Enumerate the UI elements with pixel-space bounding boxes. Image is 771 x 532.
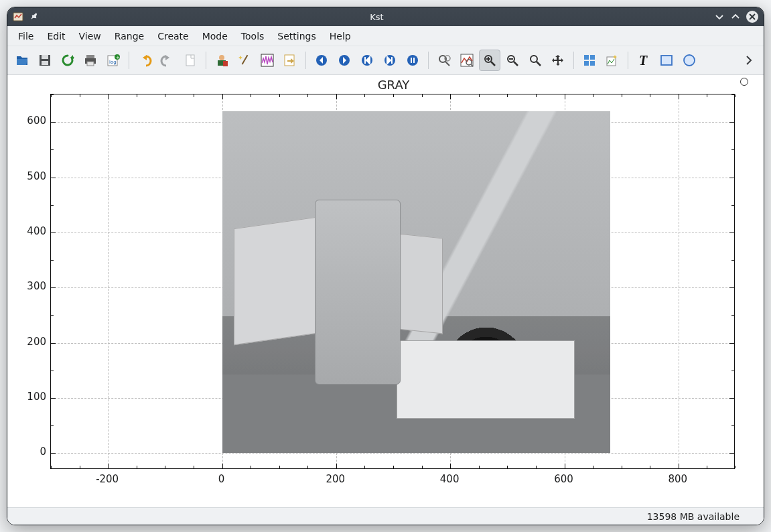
minimize-icon[interactable]: [714, 11, 725, 22]
titlebar[interactable]: Kst: [7, 7, 764, 26]
svg-rect-6: [87, 62, 94, 66]
wand-icon: [237, 53, 252, 68]
close-icon[interactable]: [746, 11, 758, 23]
svg-rect-42: [590, 61, 595, 66]
x-axis-tick-label: 200: [322, 473, 349, 485]
plot-title: GRAY: [50, 78, 737, 92]
save-button[interactable]: [34, 50, 56, 71]
y-axis-tick-label: 100: [21, 391, 46, 403]
nav-last-button[interactable]: [379, 50, 401, 71]
log-icon: log+: [106, 53, 121, 68]
menu-label: Edit: [47, 31, 65, 42]
x-axis-tick-label: 800: [664, 473, 691, 485]
menu-label: Tools: [241, 31, 265, 42]
maximize-icon[interactable]: [730, 11, 741, 22]
wizard-data-button[interactable]: [211, 50, 232, 71]
menu-tools[interactable]: Tools: [234, 26, 271, 46]
print-button[interactable]: [80, 50, 101, 71]
nav-pause-button[interactable]: [402, 50, 423, 71]
x-axis-tick-label: 600: [551, 473, 577, 485]
new-plot-button[interactable]: [602, 50, 623, 71]
x-axis-tick-label: 400: [436, 473, 463, 485]
menu-range[interactable]: Range: [108, 26, 151, 46]
menu-create[interactable]: Create: [151, 26, 196, 46]
open-button[interactable]: [11, 50, 33, 71]
reload-icon: [60, 53, 75, 68]
zoom-tied-icon: [482, 53, 497, 68]
svg-rect-40: [590, 55, 595, 60]
x-axis-tick-label: -200: [94, 473, 121, 485]
y-axis-tick-label: 300: [21, 280, 46, 292]
menu-mode[interactable]: Mode: [196, 26, 234, 46]
menu-settings[interactable]: Settings: [271, 26, 322, 46]
log-button[interactable]: log+: [102, 50, 124, 71]
svg-rect-45: [661, 56, 672, 65]
toolbar-separator: [428, 52, 429, 69]
svg-text:log: log: [109, 60, 117, 65]
svg-line-34: [514, 62, 518, 66]
svg-line-32: [491, 62, 495, 66]
zoom-y-icon: [505, 53, 520, 68]
redo-button[interactable]: [157, 50, 178, 71]
layout-grid-button[interactable]: [579, 50, 600, 71]
undo-button[interactable]: [134, 50, 155, 71]
wand-button[interactable]: [234, 50, 255, 71]
text-tool-icon: T: [636, 52, 652, 68]
zoom-tied-button[interactable]: [479, 50, 500, 71]
nav-first-button[interactable]: [356, 50, 378, 71]
menu-edit[interactable]: Edit: [40, 26, 72, 46]
print-icon: [83, 53, 98, 68]
menu-label: View: [79, 31, 101, 42]
waveform-button[interactable]: [257, 50, 278, 71]
nav-left-button[interactable]: [311, 50, 332, 71]
redo-icon: [160, 53, 175, 68]
zoom-xy-icon: [437, 53, 451, 68]
svg-rect-4: [86, 55, 94, 58]
svg-rect-2: [42, 55, 48, 59]
rect-tool-button[interactable]: [656, 50, 677, 71]
y-axis-tick-label: 0: [21, 446, 46, 458]
plot-frame[interactable]: [50, 94, 735, 469]
app-window: Kst File Edit View Range Create Mode Too…: [7, 7, 764, 525]
window-title: Kst: [40, 12, 714, 22]
menu-view[interactable]: View: [72, 26, 108, 46]
nav-right-icon: [338, 54, 351, 67]
nav-last-icon: [383, 54, 397, 67]
rect-tool-icon: [659, 53, 674, 68]
menu-label: Settings: [277, 31, 316, 42]
toolbar-separator: [129, 52, 129, 69]
statusbar: 13598 MB available: [7, 507, 764, 525]
menu-label: Help: [330, 31, 351, 42]
export-icon: [283, 53, 297, 68]
nav-right-button[interactable]: [334, 50, 355, 71]
page-icon: [183, 53, 198, 68]
menu-file[interactable]: File: [11, 26, 40, 46]
plot-viewport[interactable]: GRAY -2000200400600800 01002003004005006…: [7, 75, 764, 507]
pin-icon[interactable]: [29, 11, 40, 22]
menu-help[interactable]: Help: [323, 26, 358, 46]
circle-tool-button[interactable]: [679, 50, 700, 71]
app-icon: [13, 11, 23, 22]
plot-image: [222, 111, 610, 454]
page-button[interactable]: [180, 50, 201, 71]
zoom-fit-button[interactable]: [547, 50, 569, 71]
reload-button[interactable]: [57, 50, 78, 71]
export-button[interactable]: [279, 50, 301, 71]
svg-rect-11: [186, 55, 194, 66]
svg-rect-15: [242, 55, 249, 65]
zoom-y-button[interactable]: [502, 50, 523, 71]
circle-tool-icon: [682, 53, 697, 68]
x-axis-tick-label: 0: [208, 473, 235, 485]
menubar: File Edit View Range Create Mode Tools S…: [7, 26, 764, 46]
text-tool-button[interactable]: T: [633, 50, 654, 71]
zoom-out-button[interactable]: [524, 50, 546, 71]
zoom-x-button[interactable]: [456, 50, 478, 71]
zoom-xy-button[interactable]: [433, 50, 455, 71]
toolbar: log+T: [7, 46, 764, 75]
nav-pause-icon: [406, 54, 419, 67]
svg-point-35: [531, 56, 537, 62]
svg-rect-39: [584, 55, 589, 60]
toolbar-overflow-button[interactable]: [738, 50, 760, 71]
svg-point-22: [407, 55, 418, 66]
svg-point-12: [219, 55, 224, 60]
